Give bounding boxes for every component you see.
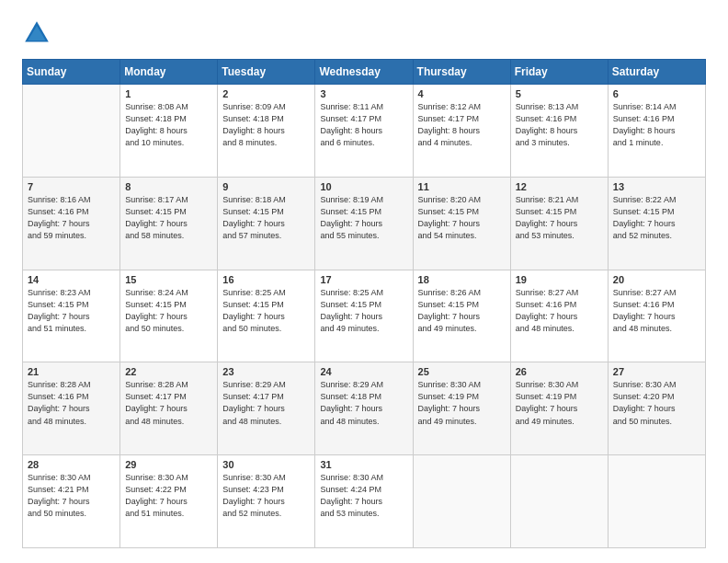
calendar-day-cell: 12Sunrise: 8:21 AMSunset: 4:15 PMDayligh… <box>510 177 608 270</box>
calendar-day-cell: 8Sunrise: 8:17 AMSunset: 4:15 PMDaylight… <box>120 177 218 270</box>
day-number: 24 <box>320 366 407 377</box>
day-info: Sunrise: 8:11 AMSunset: 4:17 PMDaylight:… <box>320 101 407 149</box>
calendar-day-cell: 23Sunrise: 8:29 AMSunset: 4:17 PMDayligh… <box>218 362 315 455</box>
calendar-day-cell: 28Sunrise: 8:30 AMSunset: 4:21 PMDayligh… <box>23 455 120 548</box>
day-info: Sunrise: 8:30 AMSunset: 4:19 PMDaylight:… <box>418 379 506 427</box>
day-number: 21 <box>28 366 115 377</box>
day-number: 19 <box>516 274 603 285</box>
calendar-day-cell: 22Sunrise: 8:28 AMSunset: 4:17 PMDayligh… <box>120 362 218 455</box>
day-number: 13 <box>613 181 700 192</box>
calendar-day-cell: 18Sunrise: 8:26 AMSunset: 4:15 PMDayligh… <box>413 270 510 362</box>
day-info: Sunrise: 8:24 AMSunset: 4:15 PMDaylight:… <box>125 287 212 335</box>
calendar-day-cell: 14Sunrise: 8:23 AMSunset: 4:15 PMDayligh… <box>23 270 120 362</box>
day-number: 3 <box>320 88 407 99</box>
day-info: Sunrise: 8:27 AMSunset: 4:16 PMDaylight:… <box>516 287 603 335</box>
calendar-week-row: 1Sunrise: 8:08 AMSunset: 4:18 PMDaylight… <box>23 85 706 178</box>
day-info: Sunrise: 8:20 AMSunset: 4:15 PMDaylight:… <box>418 194 506 242</box>
day-number: 22 <box>125 366 212 377</box>
day-number: 6 <box>613 88 700 99</box>
day-info: Sunrise: 8:28 AMSunset: 4:17 PMDaylight:… <box>125 379 212 427</box>
day-info: Sunrise: 8:14 AMSunset: 4:16 PMDaylight:… <box>613 101 700 149</box>
calendar-week-row: 28Sunrise: 8:30 AMSunset: 4:21 PMDayligh… <box>23 455 706 548</box>
calendar-day-cell: 21Sunrise: 8:28 AMSunset: 4:16 PMDayligh… <box>23 362 120 455</box>
day-number: 25 <box>418 366 506 377</box>
day-info: Sunrise: 8:30 AMSunset: 4:23 PMDaylight:… <box>222 472 310 520</box>
day-number: 14 <box>28 274 115 285</box>
day-number: 9 <box>222 181 310 192</box>
day-number: 8 <box>125 181 212 192</box>
day-info: Sunrise: 8:30 AMSunset: 4:22 PMDaylight:… <box>125 472 212 520</box>
day-number: 26 <box>516 366 603 377</box>
day-info: Sunrise: 8:28 AMSunset: 4:16 PMDaylight:… <box>28 379 115 427</box>
day-info: Sunrise: 8:17 AMSunset: 4:15 PMDaylight:… <box>125 194 212 242</box>
day-number: 10 <box>320 181 407 192</box>
weekday-header: Saturday <box>608 60 705 85</box>
calendar-day-cell: 31Sunrise: 8:30 AMSunset: 4:24 PMDayligh… <box>315 455 413 548</box>
weekday-header: Monday <box>120 60 218 85</box>
calendar-day-cell: 4Sunrise: 8:12 AMSunset: 4:17 PMDaylight… <box>413 85 510 178</box>
calendar-day-cell: 3Sunrise: 8:11 AMSunset: 4:17 PMDaylight… <box>315 85 413 178</box>
day-info: Sunrise: 8:22 AMSunset: 4:15 PMDaylight:… <box>613 194 700 242</box>
day-number: 2 <box>222 88 310 99</box>
day-info: Sunrise: 8:16 AMSunset: 4:16 PMDaylight:… <box>28 194 115 242</box>
day-info: Sunrise: 8:18 AMSunset: 4:15 PMDaylight:… <box>222 194 310 242</box>
weekday-header: Sunday <box>23 60 120 85</box>
day-info: Sunrise: 8:08 AMSunset: 4:18 PMDaylight:… <box>125 101 212 149</box>
calendar-day-cell: 17Sunrise: 8:25 AMSunset: 4:15 PMDayligh… <box>315 270 413 362</box>
calendar-day-cell: 13Sunrise: 8:22 AMSunset: 4:15 PMDayligh… <box>608 177 705 270</box>
weekday-header: Thursday <box>413 60 510 85</box>
day-number: 5 <box>516 88 603 99</box>
day-info: Sunrise: 8:23 AMSunset: 4:15 PMDaylight:… <box>28 287 115 335</box>
logo <box>22 18 55 48</box>
calendar-day-cell: 5Sunrise: 8:13 AMSunset: 4:16 PMDaylight… <box>510 85 608 178</box>
day-info: Sunrise: 8:30 AMSunset: 4:21 PMDaylight:… <box>28 472 115 520</box>
calendar-day-cell <box>510 455 608 548</box>
day-number: 29 <box>125 459 212 470</box>
calendar-day-cell: 11Sunrise: 8:20 AMSunset: 4:15 PMDayligh… <box>413 177 510 270</box>
day-info: Sunrise: 8:29 AMSunset: 4:17 PMDaylight:… <box>222 379 310 427</box>
calendar-header-row: SundayMondayTuesdayWednesdayThursdayFrid… <box>23 60 706 85</box>
day-number: 30 <box>222 459 310 470</box>
calendar-day-cell: 30Sunrise: 8:30 AMSunset: 4:23 PMDayligh… <box>218 455 315 548</box>
calendar-day-cell: 24Sunrise: 8:29 AMSunset: 4:18 PMDayligh… <box>315 362 413 455</box>
day-info: Sunrise: 8:27 AMSunset: 4:16 PMDaylight:… <box>613 287 700 335</box>
day-info: Sunrise: 8:29 AMSunset: 4:18 PMDaylight:… <box>320 379 407 427</box>
calendar-day-cell: 16Sunrise: 8:25 AMSunset: 4:15 PMDayligh… <box>218 270 315 362</box>
calendar-day-cell: 26Sunrise: 8:30 AMSunset: 4:19 PMDayligh… <box>510 362 608 455</box>
day-info: Sunrise: 8:26 AMSunset: 4:15 PMDaylight:… <box>418 287 506 335</box>
day-info: Sunrise: 8:25 AMSunset: 4:15 PMDaylight:… <box>320 287 407 335</box>
day-info: Sunrise: 8:12 AMSunset: 4:17 PMDaylight:… <box>418 101 506 149</box>
calendar-day-cell: 25Sunrise: 8:30 AMSunset: 4:19 PMDayligh… <box>413 362 510 455</box>
day-number: 12 <box>516 181 603 192</box>
calendar-day-cell <box>23 85 120 178</box>
day-info: Sunrise: 8:19 AMSunset: 4:15 PMDaylight:… <box>320 194 407 242</box>
day-info: Sunrise: 8:30 AMSunset: 4:20 PMDaylight:… <box>613 379 700 427</box>
calendar-day-cell: 1Sunrise: 8:08 AMSunset: 4:18 PMDaylight… <box>120 85 218 178</box>
header <box>22 18 706 48</box>
day-number: 4 <box>418 88 506 99</box>
day-number: 23 <box>222 366 310 377</box>
calendar-day-cell: 2Sunrise: 8:09 AMSunset: 4:18 PMDaylight… <box>218 85 315 178</box>
calendar-day-cell: 7Sunrise: 8:16 AMSunset: 4:16 PMDaylight… <box>23 177 120 270</box>
calendar-day-cell: 10Sunrise: 8:19 AMSunset: 4:15 PMDayligh… <box>315 177 413 270</box>
calendar-day-cell: 6Sunrise: 8:14 AMSunset: 4:16 PMDaylight… <box>608 85 705 178</box>
day-number: 20 <box>613 274 700 285</box>
weekday-header: Friday <box>510 60 608 85</box>
day-info: Sunrise: 8:21 AMSunset: 4:15 PMDaylight:… <box>516 194 603 242</box>
day-number: 16 <box>222 274 310 285</box>
calendar-day-cell: 19Sunrise: 8:27 AMSunset: 4:16 PMDayligh… <box>510 270 608 362</box>
day-number: 27 <box>613 366 700 377</box>
calendar-day-cell: 20Sunrise: 8:27 AMSunset: 4:16 PMDayligh… <box>608 270 705 362</box>
calendar-day-cell: 29Sunrise: 8:30 AMSunset: 4:22 PMDayligh… <box>120 455 218 548</box>
calendar-day-cell <box>608 455 705 548</box>
day-number: 11 <box>418 181 506 192</box>
day-number: 7 <box>28 181 115 192</box>
calendar-week-row: 14Sunrise: 8:23 AMSunset: 4:15 PMDayligh… <box>23 270 706 362</box>
page: SundayMondayTuesdayWednesdayThursdayFrid… <box>0 0 728 563</box>
calendar-day-cell: 9Sunrise: 8:18 AMSunset: 4:15 PMDaylight… <box>218 177 315 270</box>
day-number: 15 <box>125 274 212 285</box>
day-number: 28 <box>28 459 115 470</box>
weekday-header: Wednesday <box>315 60 413 85</box>
day-number: 17 <box>320 274 407 285</box>
day-info: Sunrise: 8:30 AMSunset: 4:19 PMDaylight:… <box>516 379 603 427</box>
